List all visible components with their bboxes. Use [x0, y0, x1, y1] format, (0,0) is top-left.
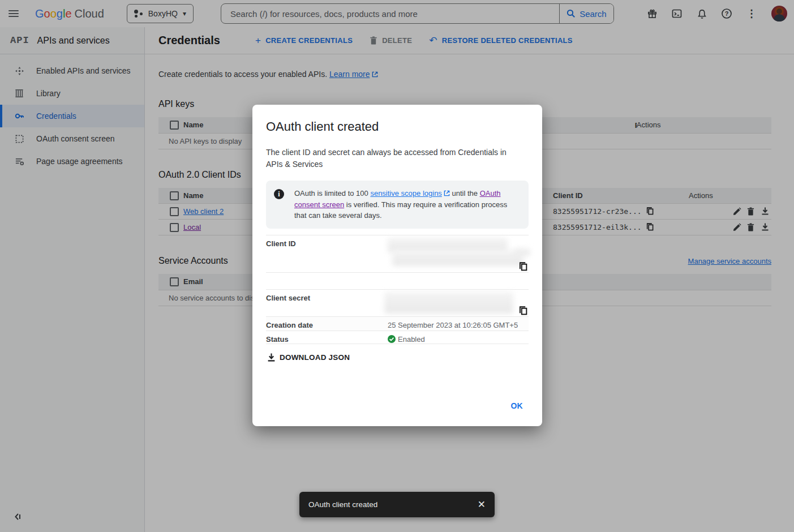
ok-button[interactable]: OK	[506, 398, 527, 414]
info-icon: i	[274, 189, 284, 199]
sensitive-scope-logins-link[interactable]: sensitive scope logins	[370, 189, 441, 198]
dialog-description: The client ID and secret can always be a…	[266, 147, 515, 170]
download-json-button[interactable]: DOWNLOAD JSON	[266, 351, 351, 364]
notice-segment: OAuth is limited to 100	[294, 189, 370, 198]
dialog-fields: Client ID Client secret Creation date 2	[266, 235, 529, 344]
client-id-label: Client ID	[266, 235, 388, 272]
copy-icon[interactable]	[519, 306, 527, 315]
client-secret-row: Client secret	[266, 289, 529, 316]
snackbar: OAuth client created ✕	[299, 492, 495, 517]
client-secret-value-redacted	[388, 290, 529, 316]
external-link-icon	[444, 190, 450, 196]
status-badge: Enabled	[398, 335, 425, 344]
client-secret-label: Client secret	[266, 290, 388, 316]
status-label: Status	[266, 331, 388, 344]
status-row: Status Enabled	[266, 331, 529, 344]
google-cloud-console: Google Cloud BoxyHQ ▾ Search ? ⋮ API	[0, 0, 794, 532]
creation-date-row: Creation date 25 September 2023 at 10:26…	[266, 316, 529, 331]
notice-text: OAuth is limited to 100 sensitive scope …	[294, 188, 520, 221]
dialog-title: OAuth client created	[266, 119, 529, 134]
status-check-icon	[388, 335, 396, 343]
creation-date-value: 25 September 2023 at 10:26:05 GMT+5	[388, 317, 529, 331]
notice-segment: until the	[450, 189, 480, 198]
copy-icon[interactable]	[519, 262, 527, 271]
oauth-client-created-dialog: OAuth client created The client ID and s…	[252, 105, 542, 426]
verification-notice: i OAuth is limited to 100 sensitive scop…	[266, 181, 529, 229]
client-id-value-redacted	[388, 235, 529, 272]
snackbar-message: OAuth client created	[308, 500, 377, 509]
creation-date-label: Creation date	[266, 317, 388, 331]
close-icon[interactable]: ✕	[478, 500, 486, 509]
download-icon	[267, 353, 276, 362]
client-id-row: Client ID	[266, 235, 529, 272]
download-json-label: DOWNLOAD JSON	[280, 353, 350, 362]
field-spacer	[266, 272, 529, 289]
